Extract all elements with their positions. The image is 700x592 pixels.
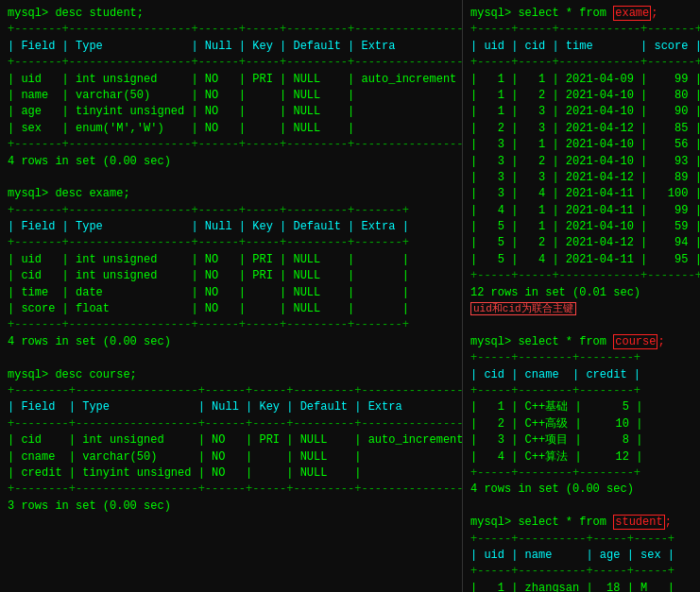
left-panel: mysql> desc student; +-------+----------… [0, 0, 463, 592]
right-panel: mysql> select * from exame; +-----+-----… [463, 0, 700, 592]
left-terminal: mysql> desc student; +-------+----------… [8, 6, 454, 532]
right-terminal: mysql> select * from exame; +-----+-----… [470, 6, 692, 592]
